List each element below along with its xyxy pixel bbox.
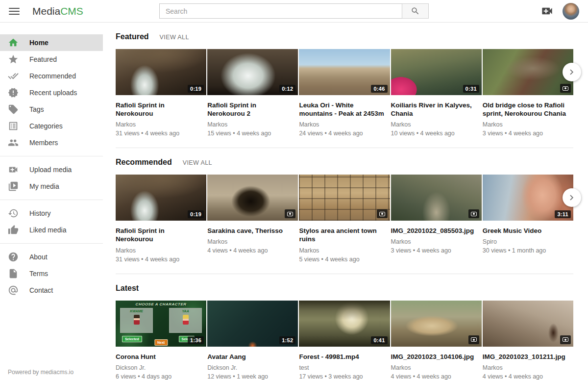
- media-author[interactable]: Markos: [207, 238, 298, 245]
- media-author[interactable]: Spiro: [483, 238, 573, 245]
- menu-icon[interactable]: [9, 6, 20, 17]
- media-author[interactable]: Dickson Jr.: [207, 364, 298, 371]
- media-author[interactable]: Markos: [391, 238, 482, 245]
- sidebar-item-upload-media[interactable]: Upload media: [0, 161, 103, 178]
- media-title[interactable]: IMG_20201023_104106.jpg: [391, 353, 482, 361]
- photo-icon: [285, 209, 295, 218]
- sidebar-item-recommended[interactable]: Recommended: [0, 68, 103, 84]
- sidebar-item-label: Terms: [29, 270, 48, 278]
- media-thumbnail[interactable]: 0:41: [299, 301, 390, 347]
- media-author[interactable]: Markos: [116, 121, 206, 128]
- sidebar-item-tags[interactable]: Tags: [0, 101, 103, 118]
- sidebar-item-about[interactable]: About: [0, 249, 103, 265]
- media-title[interactable]: Greek Music Video: [483, 227, 573, 235]
- media-thumbnail[interactable]: 0:31: [391, 49, 482, 95]
- media-thumbnail[interactable]: [299, 175, 390, 221]
- media-card[interactable]: IMG_20201022_085503.jpgMarkos3 views • 4…: [391, 175, 482, 262]
- media-card[interactable]: 0:41Forest - 49981.mp4test17 views • 3 w…: [299, 301, 390, 380]
- history-icon: [8, 208, 19, 219]
- media-thumbnail[interactable]: [391, 175, 482, 221]
- media-title[interactable]: Stylos area ancient town ruins: [299, 227, 390, 243]
- members-icon: [8, 137, 19, 148]
- media-title[interactable]: Rafioli Sprint in Nerokourou 2: [207, 101, 298, 118]
- media-author[interactable]: test: [299, 364, 390, 371]
- upload-icon: [8, 164, 19, 175]
- media-author[interactable]: Markos: [116, 247, 206, 254]
- sidebar-item-recent-uploads[interactable]: Recent uploads: [0, 84, 103, 101]
- media-author[interactable]: Markos: [299, 121, 390, 128]
- search-button[interactable]: [402, 3, 429, 19]
- media-title[interactable]: Rafioli Sprint in Nerokourou: [116, 227, 206, 243]
- avatar[interactable]: [563, 3, 579, 20]
- media-thumbnail[interactable]: 3:11: [483, 175, 573, 221]
- done-all-icon: [8, 71, 19, 81]
- sidebar: HomeFeaturedRecommendedRecent uploadsTag…: [0, 23, 103, 380]
- upload-media-icon[interactable]: [540, 4, 554, 18]
- media-card[interactable]: Sarakina cave, TherissoMarkos4 views • 4…: [207, 175, 298, 262]
- media-card[interactable]: 0:19Rafioli Sprint in NerokourouMarkos31…: [116, 49, 206, 137]
- sidebar-item-history[interactable]: History: [0, 205, 103, 222]
- media-card[interactable]: Old bridge close to Rafioli sprint, Nero…: [483, 49, 573, 137]
- media-card[interactable]: IMG_20201023_101211.jpgMarkos4 views • 4…: [483, 301, 573, 380]
- media-card[interactable]: 0:31Koiliaris River in Kalyves, ChaniaMa…: [391, 49, 482, 137]
- sidebar-item-my-media[interactable]: My media: [0, 178, 103, 195]
- view-all-link[interactable]: VIEW ALL: [160, 34, 189, 41]
- media-author[interactable]: Markos: [391, 364, 482, 371]
- search-bar: [159, 3, 429, 19]
- photo-icon: [377, 209, 388, 218]
- media-author[interactable]: Markos: [483, 121, 573, 128]
- media-title[interactable]: Old bridge close to Rafioli sprint, Nero…: [483, 101, 573, 118]
- media-card[interactable]: 1:52Avatar AangDickson Jr.12 views • 1 w…: [207, 301, 298, 380]
- media-thumbnail[interactable]: 0:46: [299, 49, 390, 95]
- sidebar-item-terms[interactable]: Terms: [0, 265, 103, 282]
- sidebar-item-categories[interactable]: Categories: [0, 118, 103, 134]
- media-author[interactable]: Dickson Jr.: [116, 364, 206, 371]
- duration-badge: 1:36: [188, 336, 204, 344]
- media-card[interactable]: CHOOSE A CHARACTERKWAMEYAASelectedNextSe…: [116, 301, 206, 380]
- logo[interactable]: MediaCMS: [32, 5, 83, 17]
- my-media-icon: [8, 181, 19, 192]
- media-title[interactable]: Koiliaris River in Kalyves, Chania: [391, 101, 482, 118]
- media-title[interactable]: Forest - 49981.mp4: [299, 353, 390, 361]
- topbar-actions: [540, 3, 588, 20]
- media-thumbnail[interactable]: [483, 301, 573, 347]
- media-thumbnail[interactable]: CHOOSE A CHARACTERKWAMEYAASelectedNextSe…: [116, 301, 206, 347]
- media-author[interactable]: Markos: [299, 247, 390, 254]
- media-title[interactable]: IMG_20201022_085503.jpg: [391, 227, 482, 235]
- view-all-link[interactable]: VIEW ALL: [183, 159, 212, 166]
- section-title: Recommended: [116, 158, 172, 167]
- media-author[interactable]: Markos: [207, 121, 298, 128]
- next-arrow-button[interactable]: [563, 188, 581, 207]
- search-input[interactable]: [159, 3, 402, 19]
- sidebar-item-featured[interactable]: Featured: [0, 51, 103, 68]
- media-author[interactable]: Markos: [483, 364, 573, 371]
- media-author[interactable]: Markos: [391, 121, 482, 128]
- media-card[interactable]: 0:12Rafioli Sprint in Nerokourou 2Markos…: [207, 49, 298, 137]
- media-thumbnail[interactable]: 0:12: [207, 49, 298, 95]
- media-thumbnail[interactable]: [207, 175, 298, 221]
- sidebar-item-contact[interactable]: Contact: [0, 282, 103, 299]
- media-title[interactable]: Leuka Ori - White mountains - Peak at 24…: [299, 101, 390, 118]
- media-thumbnail[interactable]: 0:19: [116, 175, 206, 221]
- media-card[interactable]: 0:19Rafioli Sprint in NerokourouMarkos31…: [116, 175, 206, 262]
- media-thumbnail[interactable]: 1:52: [207, 301, 298, 347]
- media-title[interactable]: IMG_20201023_101211.jpg: [483, 353, 573, 361]
- duration-badge: 0:41: [371, 336, 387, 344]
- media-card[interactable]: IMG_20201023_104106.jpgMarkos4 views • 4…: [391, 301, 482, 380]
- media-title[interactable]: Rafioli Sprint in Nerokourou: [116, 101, 206, 118]
- sidebar-item-liked-media[interactable]: Liked media: [0, 222, 103, 238]
- media-card[interactable]: 3:11Greek Music VideoSpiro30 views • 1 m…: [483, 175, 573, 262]
- next-arrow-button[interactable]: [563, 63, 581, 81]
- media-title[interactable]: Sarakina cave, Therisso: [207, 227, 298, 235]
- media-card[interactable]: Stylos area ancient town ruinsMarkos5 vi…: [299, 175, 390, 262]
- powered-by-text: Powered by mediacms.io: [8, 369, 74, 376]
- sidebar-item-home[interactable]: Home: [0, 34, 103, 51]
- media-thumbnail[interactable]: 0:19: [116, 49, 206, 95]
- media-thumbnail[interactable]: [483, 49, 573, 95]
- media-title[interactable]: Corona Hunt: [116, 353, 206, 361]
- media-title[interactable]: Avatar Aang: [207, 353, 298, 361]
- media-card[interactable]: 0:46Leuka Ori - White mountains - Peak a…: [299, 49, 390, 137]
- sidebar-item-members[interactable]: Members: [0, 134, 103, 151]
- media-thumbnail[interactable]: [391, 301, 482, 347]
- sidebar-group: Upload mediaMy media: [0, 156, 103, 195]
